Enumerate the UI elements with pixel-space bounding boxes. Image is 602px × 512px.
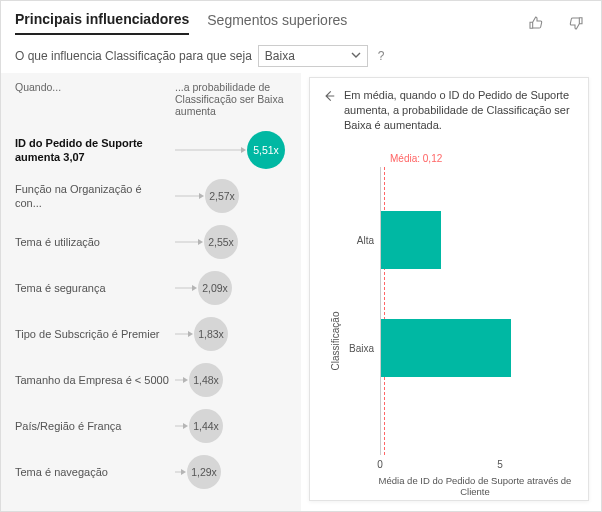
arrow-right-icon [192, 285, 197, 291]
influencer-bubble: 1,48x [189, 363, 223, 397]
chart-area: Média: 0,12ClassificaçãoAltaBaixa05Média… [322, 143, 576, 496]
bar [381, 319, 511, 377]
dropdown-value: Baixa [265, 49, 295, 63]
tab-top-segments[interactable]: Segmentos superiores [207, 12, 347, 34]
back-arrow-icon[interactable] [322, 88, 336, 103]
influencer-bubble: 5,51x [247, 131, 285, 169]
thumb-down-icon[interactable] [565, 13, 587, 33]
influencer-label: ID do Pedido de Suporte aumenta 3,07 [15, 136, 175, 165]
influencer-track: 1,48x [175, 379, 291, 381]
influencer-label: Tipo de Subscrição é Premier [15, 327, 175, 341]
sentence-prefix: O que influencia Classificação para que … [15, 49, 252, 63]
help-icon[interactable]: ? [374, 49, 389, 63]
influencer-track: 2,55x [175, 241, 291, 243]
influencer-track: 1,29x [175, 471, 291, 473]
influencer-label: Tema é navegação [15, 465, 175, 479]
chart-panel: Em média, quando o ID do Pedido de Supor… [301, 73, 601, 511]
arrow-right-icon [188, 331, 193, 337]
arrow-right-icon [181, 469, 186, 475]
bar-category-label: Baixa [342, 342, 374, 353]
influencer-line [175, 196, 201, 197]
influencer-row[interactable]: ID do Pedido de Suporte aumenta 3,075,51… [15, 127, 291, 173]
influencer-bubble: 2,09x [198, 271, 232, 305]
arrow-right-icon [198, 239, 203, 245]
chart-card: Em média, quando o ID do Pedido de Supor… [309, 77, 589, 501]
arrow-right-icon [199, 193, 204, 199]
value-dropdown[interactable]: Baixa [258, 45, 368, 67]
chevron-down-icon [351, 49, 361, 63]
bar [381, 211, 441, 269]
influencer-label: Tema é segurança [15, 281, 175, 295]
influencer-row[interactable]: Tema é navegação1,29x [15, 449, 291, 495]
influencer-line [175, 242, 200, 243]
x-axis-title: Média de ID do Pedido de Suporte através… [370, 475, 580, 497]
influencer-line [175, 150, 243, 151]
influencer-row[interactable]: Tema é utilização2,55x [15, 219, 291, 265]
x-tick-label: 5 [497, 459, 503, 470]
tab-key-influencers[interactable]: Principais influenciadores [15, 11, 189, 35]
influencer-track: 2,09x [175, 287, 291, 289]
influencer-label: País/Região é França [15, 419, 175, 433]
influencer-track: 1,83x [175, 333, 291, 335]
influencer-bubble: 1,29x [187, 455, 221, 489]
bar-category-label: Alta [342, 234, 374, 245]
thumb-up-icon[interactable] [525, 13, 547, 33]
influencer-track: 2,57x [175, 195, 291, 197]
influencer-row[interactable]: País/Região é França1,44x [15, 403, 291, 449]
header: Principais influenciadores Segmentos sup… [1, 1, 601, 35]
column-headers: Quando... ...a probabilidade de Classifi… [15, 81, 291, 117]
influencer-label: Função na Organização é con... [15, 182, 175, 211]
influencer-row[interactable]: Função na Organização é con...2,57x [15, 173, 291, 219]
influencer-track: 5,51x [175, 149, 291, 151]
influencers-panel: Quando... ...a probabilidade de Classifi… [1, 73, 301, 511]
x-tick-label: 0 [377, 459, 383, 470]
arrow-right-icon [183, 377, 188, 383]
arrow-right-icon [183, 423, 188, 429]
col-header-prob: ...a probabilidade de Classificação ser … [175, 81, 291, 117]
influencer-track: 1,44x [175, 425, 291, 427]
sentence-row: O que influencia Classificação para que … [1, 35, 601, 73]
col-header-when: Quando... [15, 81, 175, 117]
body: Quando... ...a probabilidade de Classifi… [1, 73, 601, 511]
influencer-row[interactable]: Tema é segurança2,09x [15, 265, 291, 311]
influencer-bubble: 1,44x [189, 409, 223, 443]
influencer-bubble: 2,57x [205, 179, 239, 213]
avg-label: Média: 0,12 [390, 153, 442, 164]
influencer-label: Tema é utilização [15, 235, 175, 249]
influencer-label: Tamanho da Empresa é < 5000 [15, 373, 175, 387]
influencer-row[interactable]: Tipo de Subscrição é Premier1,83x [15, 311, 291, 357]
arrow-right-icon [241, 147, 246, 153]
influencer-bubble: 1,83x [194, 317, 228, 351]
chart-title: Em média, quando o ID do Pedido de Supor… [344, 88, 576, 133]
influencer-row[interactable]: Tamanho da Empresa é < 50001,48x [15, 357, 291, 403]
influencer-bubble: 2,55x [204, 225, 238, 259]
key-influencers-visual: Principais influenciadores Segmentos sup… [0, 0, 602, 512]
y-axis-title: Classificação [330, 311, 341, 370]
influencer-list: ID do Pedido de Suporte aumenta 3,075,51… [15, 127, 291, 495]
